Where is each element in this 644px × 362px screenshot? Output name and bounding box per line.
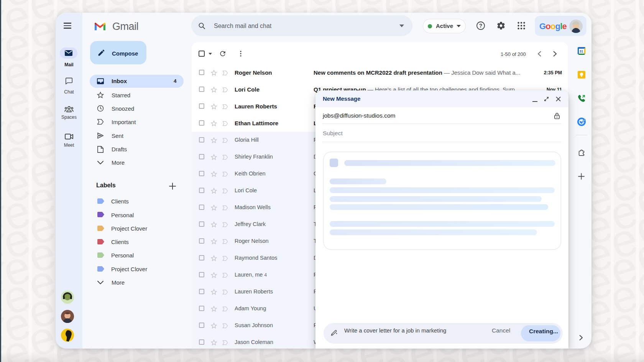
svg-text:?: ? <box>479 23 483 29</box>
svg-text:31: 31 <box>579 49 583 53</box>
